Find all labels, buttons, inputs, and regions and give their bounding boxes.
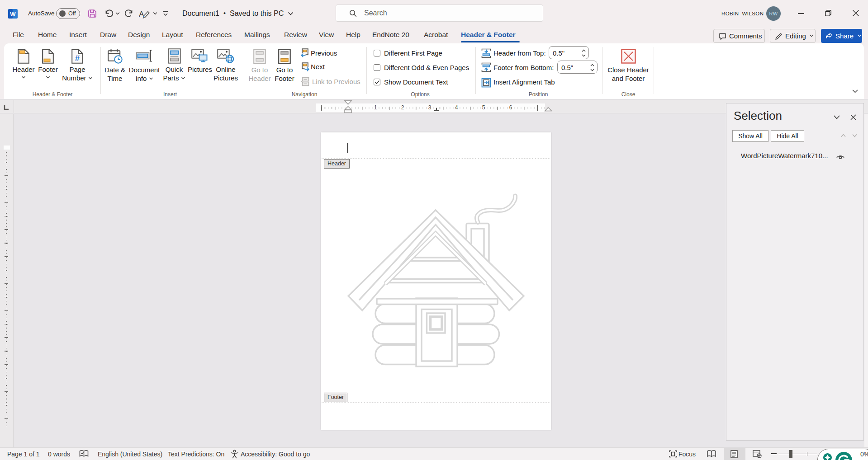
svg-text:#: # [75, 53, 80, 63]
svg-text:W: W [10, 11, 16, 18]
